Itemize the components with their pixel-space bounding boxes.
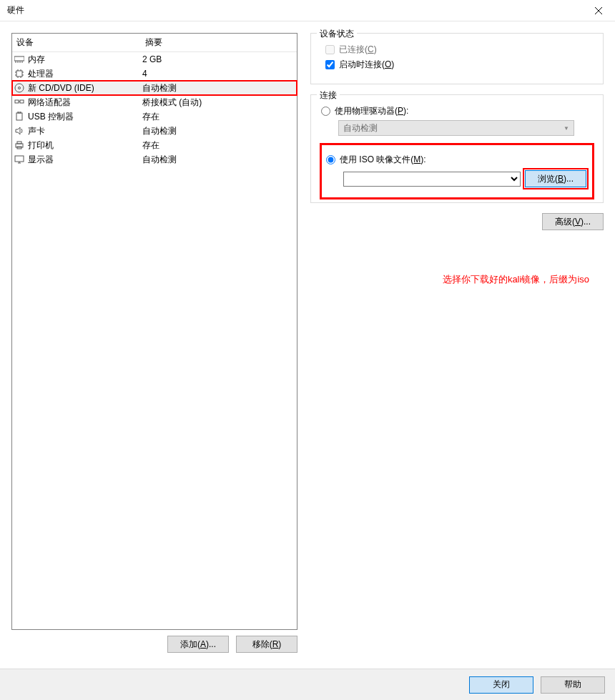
svg-rect-7 [16,71,22,77]
svg-rect-2 [14,56,24,61]
disc-icon [14,82,25,94]
iso-section-highlight: 使用 ISO 映像文件(M): 浏览(B)... [320,143,594,199]
device-name: USB 控制器 [28,111,74,123]
close-icon [595,7,602,14]
use-iso-row[interactable]: 使用 ISO 映像文件(M): [325,154,586,166]
connected-checkbox [325,45,335,54]
connect-on-power-checkbox[interactable] [325,60,335,69]
use-iso-radio[interactable] [326,155,335,164]
device-row-disc[interactable]: 新 CD/DVD (IDE)自动检测 [12,81,297,95]
header-summary[interactable]: 摘要 [141,34,297,51]
device-name: 显示器 [28,154,54,166]
printer-icon [14,139,25,151]
device-summary: 2 GB [141,54,297,64]
device-name: 打印机 [28,139,54,152]
use-physical-label: 使用物理驱动器(P): [335,105,408,117]
cpu-icon [14,68,25,79]
remove-button[interactable]: 移除(R) [236,636,297,653]
titlebar: 硬件 [0,0,615,21]
header-device[interactable]: 设备 [12,34,141,51]
device-row-printer[interactable]: 打印机存在 [12,138,297,152]
usb-icon [14,111,25,122]
device-row-display[interactable]: 显示器自动检测 [12,152,297,167]
left-panel: 设备 摘要 内存2 GB处理器4新 CD/DVD (IDE)自动检测网络适配器桥… [11,33,297,653]
svg-rect-19 [20,100,24,103]
svg-rect-22 [18,112,21,113]
network-icon [14,97,25,108]
connection-legend: 连接 [317,89,340,102]
dialog-close-button[interactable]: 关闭 [469,676,533,694]
physical-drive-combo: 自动检测 ▼ [338,120,574,136]
device-summary: 存在 [141,139,297,152]
device-row-network[interactable]: 网络适配器桥接模式 (自动) [12,95,297,109]
device-status-legend: 设备状态 [317,28,357,40]
annotation-text: 选择你下载好的kali镜像，后缀为iso [310,273,604,286]
device-list: 设备 摘要 内存2 GB处理器4新 CD/DVD (IDE)自动检测网络适配器桥… [11,33,297,630]
device-summary: 4 [141,69,297,79]
right-panel: 设备状态 已连接(C) 启动时连接(O) 连接 使用物理驱动器(P): 自动检测… [305,33,604,653]
use-iso-label: 使用 ISO 映像文件(M): [340,154,426,166]
device-name: 网络适配器 [28,97,71,109]
device-name: 新 CD/DVD (IDE) [28,82,94,94]
device-row-sound[interactable]: 声卡自动检测 [12,124,297,138]
chevron-down-icon: ▼ [564,125,569,132]
list-header: 设备 摘要 [12,34,297,52]
svg-rect-18 [15,100,19,103]
use-physical-row[interactable]: 使用物理驱动器(P): [320,105,594,117]
device-summary: 自动检测 [141,82,297,94]
device-summary: 存在 [141,111,297,123]
device-name: 内存 [28,54,45,66]
bottom-bar: 关闭 帮助 [0,669,615,700]
connected-checkbox-row: 已连接(C) [320,44,594,56]
browse-button[interactable]: 浏览(B)... [525,170,586,187]
add-button[interactable]: 添加(A)... [167,636,229,653]
device-status-group: 设备状态 已连接(C) 启动时连接(O) [310,33,604,84]
memory-icon [14,54,25,65]
svg-rect-26 [15,156,24,162]
connected-label: 已连接(C) [339,44,377,56]
device-name: 处理器 [28,68,54,80]
connect-on-power-row[interactable]: 启动时连接(O) [320,59,594,71]
device-row-memory[interactable]: 内存2 GB [12,52,297,66]
display-icon [14,154,25,165]
window-title: 硬件 [7,4,24,16]
device-summary: 自动检测 [141,154,297,166]
svg-point-16 [15,84,24,92]
device-summary: 自动检测 [141,125,297,137]
svg-rect-24 [17,142,21,144]
iso-path-combo[interactable] [343,172,521,187]
device-row-usb[interactable]: USB 控制器存在 [12,109,297,124]
device-name: 声卡 [28,125,45,137]
help-button[interactable]: 帮助 [541,676,605,694]
connect-on-power-label: 启动时连接(O) [339,59,394,71]
use-physical-radio[interactable] [321,107,330,116]
svg-point-17 [19,87,21,89]
device-summary: 桥接模式 (自动) [141,97,297,109]
sound-icon [14,125,25,137]
advanced-button[interactable]: 高级(V)... [542,213,604,230]
connection-group: 连接 使用物理驱动器(P): 自动检测 ▼ 使用 ISO 映像文件(M): 浏览… [310,94,604,203]
device-row-cpu[interactable]: 处理器4 [12,66,297,81]
svg-rect-21 [16,113,22,120]
close-button[interactable] [582,0,615,21]
